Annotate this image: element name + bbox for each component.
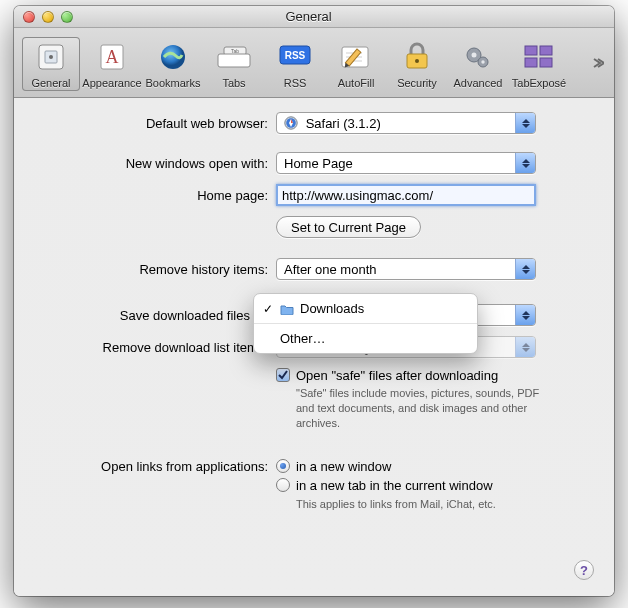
minimize-button[interactable] — [42, 11, 54, 23]
tabs-icon: Tab — [217, 39, 251, 75]
remove-history-label: Remove history items: — [44, 262, 276, 277]
svg-text:A: A — [106, 47, 119, 67]
checkmark-icon: ✓ — [262, 302, 274, 316]
svg-point-2 — [49, 55, 53, 59]
save-downloads-option-downloads[interactable]: ✓ Downloads — [254, 298, 477, 319]
toolbar-tab-advanced[interactable]: Advanced — [449, 37, 507, 91]
open-links-new-window-radio[interactable] — [276, 459, 290, 473]
security-icon — [404, 39, 430, 75]
svg-point-22 — [481, 60, 484, 63]
homepage-label: Home page: — [44, 188, 276, 203]
save-downloads-label: Save downloaded files to: — [44, 308, 276, 323]
window-title: General — [73, 9, 544, 24]
folder-icon — [280, 303, 294, 315]
toolbar-tab-bookmarks[interactable]: Bookmarks — [144, 37, 202, 91]
default-browser-select[interactable]: Safari (3.1.2) — [276, 112, 536, 134]
save-downloads-menu: ✓ Downloads Other… — [253, 293, 478, 354]
svg-rect-8 — [218, 54, 250, 67]
save-downloads-option-other[interactable]: Other… — [254, 328, 477, 349]
svg-point-20 — [472, 53, 477, 58]
appearance-icon: A — [97, 39, 127, 75]
toolbar-tab-tabs[interactable]: Tab Tabs — [205, 37, 263, 91]
toolbar-tab-autofill[interactable]: AutoFill — [327, 37, 385, 91]
tabexpose-icon — [523, 39, 555, 75]
rss-icon: RSS — [278, 39, 312, 75]
titlebar: General — [14, 6, 614, 28]
toolbar-tab-rss[interactable]: RSS RSS — [266, 37, 324, 91]
svg-rect-26 — [540, 58, 552, 67]
open-links-label: Open links from applications: — [44, 459, 276, 474]
svg-point-18 — [415, 59, 419, 63]
svg-rect-24 — [540, 46, 552, 55]
menu-separator — [254, 323, 477, 324]
close-button[interactable] — [23, 11, 35, 23]
homepage-input[interactable] — [276, 184, 536, 206]
svg-rect-25 — [525, 58, 537, 67]
preferences-toolbar: General A Appearance Bookmarks Tab Tabs … — [14, 28, 614, 98]
svg-rect-23 — [525, 46, 537, 55]
open-safe-help: "Safe" files include movies, pictures, s… — [296, 386, 556, 431]
toolbar-tab-security[interactable]: Security — [388, 37, 446, 91]
toolbar-tab-tabexpose[interactable]: TabExposé — [510, 37, 568, 91]
toolbar-overflow[interactable] — [590, 55, 606, 71]
zoom-button[interactable] — [61, 11, 73, 23]
open-links-new-tab-radio[interactable] — [276, 478, 290, 492]
remove-downloads-label: Remove download list items: — [44, 340, 276, 355]
new-windows-select[interactable]: Home Page — [276, 152, 536, 174]
help-button[interactable]: ? — [574, 560, 594, 580]
set-current-page-button[interactable]: Set to Current Page — [276, 216, 421, 238]
svg-text:Tab: Tab — [231, 48, 239, 54]
general-pane: Default web browser: Safari (3.1.2) New … — [14, 98, 614, 596]
toolbar-tab-general[interactable]: General — [22, 37, 80, 91]
new-windows-label: New windows open with: — [44, 156, 276, 171]
open-safe-checkbox[interactable] — [276, 368, 290, 382]
remove-history-select[interactable]: After one month — [276, 258, 536, 280]
bookmarks-icon — [158, 39, 188, 75]
default-browser-label: Default web browser: — [44, 116, 276, 131]
open-links-help: This applies to links from Mail, iChat, … — [296, 497, 566, 512]
toolbar-tab-appearance[interactable]: A Appearance — [83, 37, 141, 91]
autofill-icon — [340, 39, 372, 75]
safari-icon — [284, 116, 298, 130]
advanced-icon — [463, 39, 493, 75]
general-icon — [36, 39, 66, 75]
svg-text:RSS: RSS — [285, 50, 306, 61]
open-safe-label: Open "safe" files after downloading — [296, 368, 498, 383]
